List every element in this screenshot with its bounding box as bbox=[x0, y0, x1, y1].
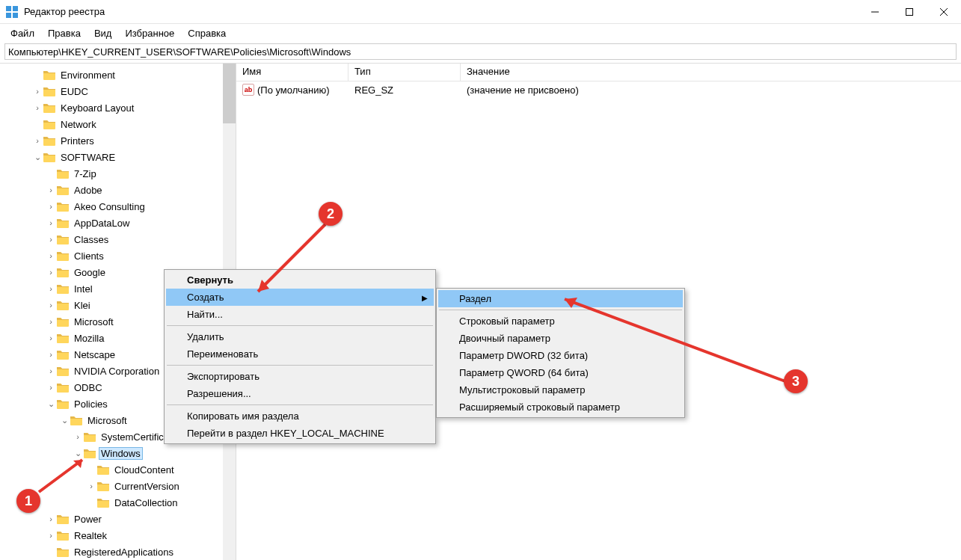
address-bar[interactable]: Компьютер\HKEY_CURRENT_USER\SOFTWARE\Pol… bbox=[4, 43, 957, 60]
tree-node[interactable]: ›Power bbox=[0, 511, 236, 527]
tree-node[interactable]: Environment bbox=[0, 67, 236, 83]
tree-node[interactable]: ›Printers bbox=[0, 132, 236, 149]
address-text: Компьютер\HKEY_CURRENT_USER\SOFTWARE\Pol… bbox=[8, 46, 351, 58]
tree-node[interactable]: ›Realtek bbox=[0, 527, 236, 544]
svg-rect-0 bbox=[6, 6, 11, 11]
list-header: Имя Тип Значение bbox=[236, 64, 961, 81]
menu-separator bbox=[167, 325, 433, 326]
ctx-create-expandstring[interactable]: Расширяемый строковый параметр bbox=[438, 399, 683, 416]
tree-node[interactable]: ›Clients bbox=[0, 247, 236, 264]
tree-node[interactable]: Network bbox=[0, 116, 236, 132]
list-row[interactable]: ab(По умолчанию) REG_SZ (значение не при… bbox=[236, 81, 961, 98]
ctx-create-qword[interactable]: Параметр QWORD (64 бита) bbox=[438, 364, 683, 381]
title-bar: Редактор реестра bbox=[0, 0, 961, 24]
ctx-create-key[interactable]: Раздел bbox=[438, 290, 683, 307]
annotation-badge-3: 3 bbox=[784, 369, 808, 393]
menu-view[interactable]: Вид bbox=[88, 26, 118, 40]
ctx-permissions[interactable]: Разрешения... bbox=[166, 385, 434, 402]
menu-separator bbox=[167, 404, 433, 405]
menu-help[interactable]: Справка bbox=[182, 26, 232, 40]
menu-separator bbox=[439, 310, 682, 310]
tree-node[interactable]: CloudContent bbox=[0, 461, 236, 478]
tree-node[interactable]: 7-Zip bbox=[0, 165, 236, 182]
ctx-go-to-hklm[interactable]: Перейти в раздел HKEY_LOCAL_MACHINE bbox=[166, 425, 434, 442]
ctx-create[interactable]: Создать▶ bbox=[166, 289, 434, 306]
svg-rect-2 bbox=[6, 13, 11, 18]
ctx-copy-key-name[interactable]: Копировать имя раздела bbox=[166, 407, 434, 425]
tree-node[interactable]: ›Keyboard Layout bbox=[0, 99, 236, 116]
context-menu: Свернуть Создать▶ Найти... Удалить Переи… bbox=[164, 269, 436, 444]
maximize-button[interactable] bbox=[892, 0, 927, 24]
menu-separator bbox=[167, 365, 433, 366]
svg-rect-3 bbox=[13, 13, 18, 18]
window-title: Редактор реестра bbox=[24, 6, 858, 17]
submenu-arrow-icon: ▶ bbox=[422, 293, 428, 301]
menu-edit[interactable]: Правка bbox=[42, 26, 87, 40]
string-value-icon: ab bbox=[242, 84, 254, 96]
tree-node[interactable]: RegisteredApplications bbox=[0, 544, 236, 560]
menu-file[interactable]: Файл bbox=[4, 26, 40, 40]
close-button[interactable] bbox=[927, 0, 961, 24]
value-data: (значение не присвоено) bbox=[461, 84, 961, 96]
folder-icon bbox=[43, 70, 55, 80]
tree-node[interactable]: ›AppDataLow bbox=[0, 215, 236, 231]
menu-favorites[interactable]: Избранное bbox=[119, 26, 180, 40]
ctx-delete[interactable]: Удалить bbox=[166, 328, 434, 345]
value-type: REG_SZ bbox=[349, 84, 461, 96]
tree-node[interactable]: ›EUDC bbox=[0, 83, 236, 99]
svg-rect-5 bbox=[906, 8, 913, 15]
minimize-button[interactable] bbox=[858, 0, 892, 24]
column-type[interactable]: Тип bbox=[349, 64, 461, 81]
ctx-create-multistring[interactable]: Мультистроковый параметр bbox=[438, 381, 683, 399]
ctx-create-binary[interactable]: Двоичный параметр bbox=[438, 330, 683, 347]
ctx-export[interactable]: Экспортировать bbox=[166, 368, 434, 385]
context-submenu-create: Раздел Строковый параметр Двоичный парам… bbox=[436, 288, 685, 418]
tree-node[interactable]: ›Adobe bbox=[0, 182, 236, 198]
tree-node[interactable]: ›Akeo Consulting bbox=[0, 198, 236, 215]
regedit-icon bbox=[6, 6, 18, 18]
column-name[interactable]: Имя bbox=[236, 64, 349, 81]
ctx-find[interactable]: Найти... bbox=[166, 306, 434, 323]
ctx-create-string[interactable]: Строковый параметр bbox=[438, 313, 683, 330]
ctx-rename[interactable]: Переименовать bbox=[166, 345, 434, 363]
svg-rect-1 bbox=[13, 6, 18, 11]
menu-bar: Файл Правка Вид Избранное Справка bbox=[0, 24, 961, 42]
tree-node[interactable]: ›Classes bbox=[0, 231, 236, 247]
column-value[interactable]: Значение bbox=[461, 64, 961, 81]
annotation-badge-2: 2 bbox=[319, 202, 343, 226]
tree-node-windows[interactable]: ⌄Windows bbox=[0, 445, 236, 461]
ctx-create-dword[interactable]: Параметр DWORD (32 бита) bbox=[438, 347, 683, 364]
ctx-collapse[interactable]: Свернуть bbox=[166, 271, 434, 289]
tree-node[interactable]: ⌄SOFTWARE bbox=[0, 149, 236, 165]
value-name: (По умолчанию) bbox=[257, 84, 330, 96]
annotation-badge-1: 1 bbox=[16, 489, 40, 513]
